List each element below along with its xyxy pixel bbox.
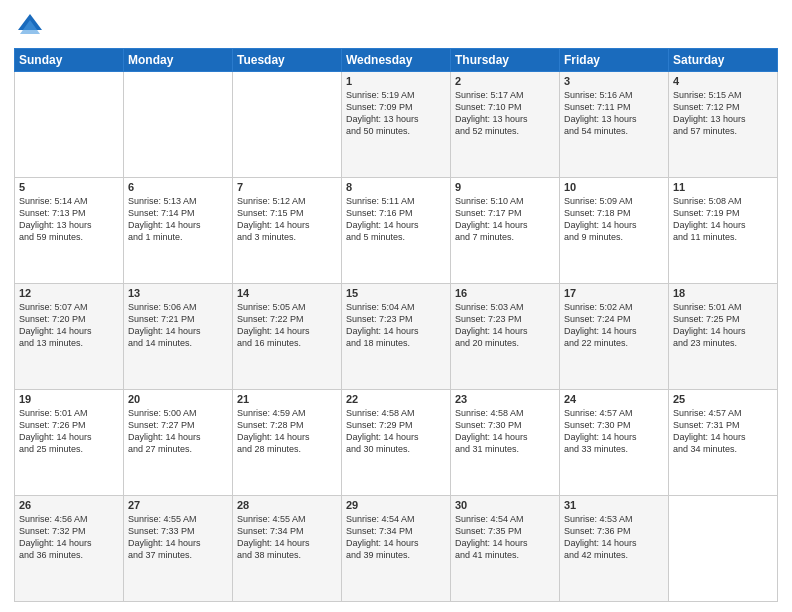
calendar-week-row: 19Sunrise: 5:01 AM Sunset: 7:26 PM Dayli… <box>15 390 778 496</box>
day-info: Sunrise: 4:53 AM Sunset: 7:36 PM Dayligh… <box>564 513 664 562</box>
day-info: Sunrise: 4:58 AM Sunset: 7:29 PM Dayligh… <box>346 407 446 456</box>
calendar-cell: 1Sunrise: 5:19 AM Sunset: 7:09 PM Daylig… <box>342 72 451 178</box>
calendar-cell: 31Sunrise: 4:53 AM Sunset: 7:36 PM Dayli… <box>560 496 669 602</box>
calendar-cell: 19Sunrise: 5:01 AM Sunset: 7:26 PM Dayli… <box>15 390 124 496</box>
day-info: Sunrise: 4:55 AM Sunset: 7:34 PM Dayligh… <box>237 513 337 562</box>
day-info: Sunrise: 5:08 AM Sunset: 7:19 PM Dayligh… <box>673 195 773 244</box>
calendar-cell: 22Sunrise: 4:58 AM Sunset: 7:29 PM Dayli… <box>342 390 451 496</box>
day-info: Sunrise: 5:05 AM Sunset: 7:22 PM Dayligh… <box>237 301 337 350</box>
calendar-cell: 14Sunrise: 5:05 AM Sunset: 7:22 PM Dayli… <box>233 284 342 390</box>
day-info: Sunrise: 5:15 AM Sunset: 7:12 PM Dayligh… <box>673 89 773 138</box>
logo <box>14 10 50 42</box>
day-number: 2 <box>455 75 555 87</box>
calendar-week-row: 5Sunrise: 5:14 AM Sunset: 7:13 PM Daylig… <box>15 178 778 284</box>
calendar-cell: 4Sunrise: 5:15 AM Sunset: 7:12 PM Daylig… <box>669 72 778 178</box>
calendar-week-row: 1Sunrise: 5:19 AM Sunset: 7:09 PM Daylig… <box>15 72 778 178</box>
weekday-header: Friday <box>560 49 669 72</box>
day-info: Sunrise: 5:17 AM Sunset: 7:10 PM Dayligh… <box>455 89 555 138</box>
calendar-cell: 11Sunrise: 5:08 AM Sunset: 7:19 PM Dayli… <box>669 178 778 284</box>
weekday-header: Saturday <box>669 49 778 72</box>
day-number: 14 <box>237 287 337 299</box>
calendar-week-row: 26Sunrise: 4:56 AM Sunset: 7:32 PM Dayli… <box>15 496 778 602</box>
day-info: Sunrise: 4:56 AM Sunset: 7:32 PM Dayligh… <box>19 513 119 562</box>
day-number: 17 <box>564 287 664 299</box>
weekday-header: Sunday <box>15 49 124 72</box>
calendar-cell: 16Sunrise: 5:03 AM Sunset: 7:23 PM Dayli… <box>451 284 560 390</box>
day-info: Sunrise: 4:54 AM Sunset: 7:34 PM Dayligh… <box>346 513 446 562</box>
calendar-body: 1Sunrise: 5:19 AM Sunset: 7:09 PM Daylig… <box>15 72 778 602</box>
day-number: 15 <box>346 287 446 299</box>
calendar-cell: 13Sunrise: 5:06 AM Sunset: 7:21 PM Dayli… <box>124 284 233 390</box>
day-number: 7 <box>237 181 337 193</box>
day-info: Sunrise: 5:03 AM Sunset: 7:23 PM Dayligh… <box>455 301 555 350</box>
calendar-cell: 9Sunrise: 5:10 AM Sunset: 7:17 PM Daylig… <box>451 178 560 284</box>
calendar-cell: 20Sunrise: 5:00 AM Sunset: 7:27 PM Dayli… <box>124 390 233 496</box>
day-number: 19 <box>19 393 119 405</box>
day-info: Sunrise: 5:12 AM Sunset: 7:15 PM Dayligh… <box>237 195 337 244</box>
day-number: 24 <box>564 393 664 405</box>
calendar-cell: 8Sunrise: 5:11 AM Sunset: 7:16 PM Daylig… <box>342 178 451 284</box>
day-info: Sunrise: 5:01 AM Sunset: 7:25 PM Dayligh… <box>673 301 773 350</box>
weekday-row: SundayMondayTuesdayWednesdayThursdayFrid… <box>15 49 778 72</box>
calendar-cell: 29Sunrise: 4:54 AM Sunset: 7:34 PM Dayli… <box>342 496 451 602</box>
calendar-cell <box>15 72 124 178</box>
calendar-cell: 17Sunrise: 5:02 AM Sunset: 7:24 PM Dayli… <box>560 284 669 390</box>
day-number: 6 <box>128 181 228 193</box>
day-info: Sunrise: 4:57 AM Sunset: 7:31 PM Dayligh… <box>673 407 773 456</box>
calendar-cell: 10Sunrise: 5:09 AM Sunset: 7:18 PM Dayli… <box>560 178 669 284</box>
day-number: 21 <box>237 393 337 405</box>
day-info: Sunrise: 5:00 AM Sunset: 7:27 PM Dayligh… <box>128 407 228 456</box>
day-number: 30 <box>455 499 555 511</box>
day-number: 5 <box>19 181 119 193</box>
day-info: Sunrise: 5:19 AM Sunset: 7:09 PM Dayligh… <box>346 89 446 138</box>
page: SundayMondayTuesdayWednesdayThursdayFrid… <box>0 0 792 612</box>
day-info: Sunrise: 5:04 AM Sunset: 7:23 PM Dayligh… <box>346 301 446 350</box>
calendar-cell: 7Sunrise: 5:12 AM Sunset: 7:15 PM Daylig… <box>233 178 342 284</box>
day-info: Sunrise: 5:09 AM Sunset: 7:18 PM Dayligh… <box>564 195 664 244</box>
day-number: 9 <box>455 181 555 193</box>
calendar-header: SundayMondayTuesdayWednesdayThursdayFrid… <box>15 49 778 72</box>
day-number: 8 <box>346 181 446 193</box>
day-number: 1 <box>346 75 446 87</box>
calendar-cell: 25Sunrise: 4:57 AM Sunset: 7:31 PM Dayli… <box>669 390 778 496</box>
day-number: 28 <box>237 499 337 511</box>
calendar-cell: 2Sunrise: 5:17 AM Sunset: 7:10 PM Daylig… <box>451 72 560 178</box>
calendar-cell: 3Sunrise: 5:16 AM Sunset: 7:11 PM Daylig… <box>560 72 669 178</box>
calendar-cell: 30Sunrise: 4:54 AM Sunset: 7:35 PM Dayli… <box>451 496 560 602</box>
calendar-cell: 15Sunrise: 5:04 AM Sunset: 7:23 PM Dayli… <box>342 284 451 390</box>
calendar-cell <box>233 72 342 178</box>
calendar-table: SundayMondayTuesdayWednesdayThursdayFrid… <box>14 48 778 602</box>
calendar-cell <box>669 496 778 602</box>
calendar-cell <box>124 72 233 178</box>
calendar-cell: 12Sunrise: 5:07 AM Sunset: 7:20 PM Dayli… <box>15 284 124 390</box>
weekday-header: Tuesday <box>233 49 342 72</box>
calendar-cell: 18Sunrise: 5:01 AM Sunset: 7:25 PM Dayli… <box>669 284 778 390</box>
calendar-cell: 27Sunrise: 4:55 AM Sunset: 7:33 PM Dayli… <box>124 496 233 602</box>
calendar-cell: 23Sunrise: 4:58 AM Sunset: 7:30 PM Dayli… <box>451 390 560 496</box>
calendar-week-row: 12Sunrise: 5:07 AM Sunset: 7:20 PM Dayli… <box>15 284 778 390</box>
day-info: Sunrise: 5:10 AM Sunset: 7:17 PM Dayligh… <box>455 195 555 244</box>
day-number: 22 <box>346 393 446 405</box>
weekday-header: Wednesday <box>342 49 451 72</box>
day-info: Sunrise: 5:02 AM Sunset: 7:24 PM Dayligh… <box>564 301 664 350</box>
day-info: Sunrise: 5:13 AM Sunset: 7:14 PM Dayligh… <box>128 195 228 244</box>
day-number: 20 <box>128 393 228 405</box>
day-number: 12 <box>19 287 119 299</box>
day-number: 25 <box>673 393 773 405</box>
day-number: 18 <box>673 287 773 299</box>
day-number: 16 <box>455 287 555 299</box>
day-info: Sunrise: 4:59 AM Sunset: 7:28 PM Dayligh… <box>237 407 337 456</box>
day-number: 3 <box>564 75 664 87</box>
day-number: 29 <box>346 499 446 511</box>
day-number: 13 <box>128 287 228 299</box>
day-number: 11 <box>673 181 773 193</box>
day-info: Sunrise: 5:07 AM Sunset: 7:20 PM Dayligh… <box>19 301 119 350</box>
day-number: 4 <box>673 75 773 87</box>
calendar-cell: 24Sunrise: 4:57 AM Sunset: 7:30 PM Dayli… <box>560 390 669 496</box>
day-info: Sunrise: 5:14 AM Sunset: 7:13 PM Dayligh… <box>19 195 119 244</box>
logo-icon <box>14 10 46 42</box>
header <box>14 10 778 42</box>
day-number: 23 <box>455 393 555 405</box>
day-info: Sunrise: 5:11 AM Sunset: 7:16 PM Dayligh… <box>346 195 446 244</box>
calendar-cell: 28Sunrise: 4:55 AM Sunset: 7:34 PM Dayli… <box>233 496 342 602</box>
